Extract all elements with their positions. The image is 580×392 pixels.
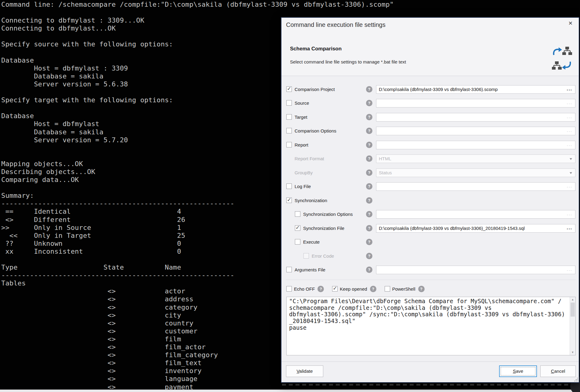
- help-icon[interactable]: ?: [418, 286, 425, 292]
- row-comparison-options: Comparison Options ? ...: [281, 127, 579, 135]
- help-icon[interactable]: ?: [366, 100, 372, 106]
- browse-button[interactable]: ...: [567, 267, 572, 272]
- row-synchronization: ✓ Synchronization ?: [281, 196, 579, 205]
- synchronization-file-value: D:\comp\sakila (dbfmylast-3309 vs dbfmyl…: [379, 226, 525, 231]
- comparison-options-checkbox[interactable]: [286, 128, 292, 133]
- dialog-subtitle: Select command line file settings to man…: [290, 59, 406, 64]
- execute-label: Execute: [303, 239, 320, 245]
- row-groupby: GroupBy ? Status: [281, 169, 579, 177]
- target-field[interactable]: ...: [376, 113, 575, 122]
- browse-button[interactable]: ...: [567, 86, 572, 91]
- browse-button[interactable]: ...: [567, 225, 572, 230]
- save-button[interactable]: Save: [499, 365, 537, 377]
- help-icon[interactable]: ?: [366, 239, 372, 245]
- group-separator: [286, 280, 576, 280]
- target-checkbox[interactable]: [286, 114, 292, 120]
- scroll-up-icon[interactable]: ▲: [570, 297, 575, 302]
- schema-comparison-heading: Schema Comparison: [290, 46, 342, 52]
- target-label: Target: [295, 114, 307, 120]
- comparison-options-field[interactable]: ...: [376, 127, 575, 135]
- row-report: Report ? ...: [281, 141, 579, 149]
- comparison-project-field[interactable]: D:\comp\sakila (dbfmylast-3309 vs dbfmyl…: [376, 85, 575, 94]
- help-icon[interactable]: ?: [366, 128, 372, 134]
- report-checkbox[interactable]: [286, 142, 292, 147]
- browse-button[interactable]: ...: [567, 128, 572, 133]
- report-format-dropdown[interactable]: HTML: [376, 154, 575, 163]
- row-report-format: Report Format ? HTML: [281, 154, 579, 163]
- browse-button[interactable]: ...: [567, 211, 572, 216]
- arguments-file-label: Arguments File: [295, 267, 325, 272]
- help-icon[interactable]: ?: [370, 286, 376, 292]
- keep-opened-label: Keep opened: [340, 286, 367, 292]
- checkmark-icon: ✓: [287, 85, 291, 92]
- help-icon[interactable]: ?: [366, 253, 372, 259]
- report-label: Report: [295, 142, 308, 147]
- report-format-label: Report Format: [295, 156, 324, 161]
- resize-grip[interactable]: [574, 377, 578, 381]
- row-execute: Execute ?: [281, 238, 579, 246]
- help-icon[interactable]: ?: [366, 169, 372, 176]
- schema-compare-icon: [552, 46, 572, 70]
- synchronization-options-checkbox[interactable]: [295, 211, 300, 217]
- scroll-down-icon[interactable]: ▼: [570, 350, 575, 355]
- help-icon[interactable]: ?: [366, 225, 372, 231]
- checkmark-icon: ✓: [295, 224, 300, 230]
- scrollbar[interactable]: ▲ ▼: [570, 297, 575, 355]
- error-code-label: Error Code: [312, 253, 334, 259]
- powershell-checkbox[interactable]: [385, 286, 390, 292]
- execute-checkbox[interactable]: [295, 239, 300, 245]
- comparison-project-value: D:\comp\sakila (dbfmylast-3309 vs dbfmyl…: [379, 87, 498, 92]
- browse-button[interactable]: ...: [567, 142, 572, 147]
- arguments-file-field[interactable]: ...: [376, 266, 575, 274]
- report-field[interactable]: ...: [376, 141, 575, 149]
- row-arguments-file: Arguments File ? ...: [281, 266, 579, 274]
- browse-button[interactable]: ...: [567, 100, 572, 105]
- help-icon[interactable]: ?: [366, 267, 372, 273]
- bat-text-content: "C:\Program Files\Devart\dbForge Schema …: [289, 298, 562, 331]
- log-file-label: Log File: [295, 184, 311, 189]
- help-icon[interactable]: ?: [366, 86, 372, 93]
- synchronization-label: Synchronization: [295, 198, 327, 203]
- echo-off-label: Echo OFF: [294, 286, 315, 292]
- screen-bottom-strip: [0, 390, 580, 392]
- footer-separator: [281, 361, 579, 362]
- error-code-checkbox[interactable]: [303, 253, 309, 259]
- row-log-file: Log File ? ...: [281, 182, 579, 191]
- help-icon[interactable]: ?: [366, 142, 372, 148]
- bat-flags-row: Echo OFF ? ✓ Keep opened ? PowerShell ?: [286, 285, 433, 293]
- keep-opened-checkbox[interactable]: ✓: [332, 286, 338, 292]
- groupby-dropdown[interactable]: Status: [376, 169, 575, 177]
- comparison-project-label: Comparison Project: [295, 87, 335, 92]
- help-icon[interactable]: ?: [366, 114, 372, 120]
- log-file-field[interactable]: ...: [376, 182, 575, 191]
- bat-text-editor[interactable]: "C:\Program Files\Devart\dbForge Schema …: [286, 297, 576, 355]
- synchronization-file-label: Synchronization File: [303, 226, 344, 231]
- checkmark-icon: ✓: [287, 197, 291, 203]
- help-icon[interactable]: ?: [317, 286, 324, 292]
- arguments-file-checkbox[interactable]: [286, 267, 292, 272]
- browse-button[interactable]: ...: [567, 183, 572, 188]
- source-checkbox[interactable]: [286, 100, 292, 106]
- scrollbar-thumb[interactable]: [571, 303, 575, 317]
- echo-off-checkbox[interactable]: [286, 286, 292, 292]
- command-line-settings-dialog: Command line execution file settings ✕ S…: [281, 17, 579, 383]
- synchronization-checkbox[interactable]: ✓: [286, 198, 292, 203]
- comparison-project-checkbox[interactable]: ✓: [286, 86, 292, 92]
- powershell-label: PowerShell: [392, 286, 415, 292]
- log-file-checkbox[interactable]: [286, 183, 292, 189]
- help-icon[interactable]: ?: [366, 197, 372, 204]
- source-field[interactable]: ...: [376, 99, 575, 107]
- synchronization-file-checkbox[interactable]: ✓: [295, 225, 300, 231]
- synchronization-file-field[interactable]: D:\comp\sakila (dbfmylast-3309 vs dbfmyl…: [376, 224, 575, 233]
- synchronization-options-field[interactable]: ...: [376, 210, 575, 219]
- help-icon[interactable]: ?: [366, 155, 372, 162]
- row-source: Source ? ...: [281, 99, 579, 107]
- header-separator: [281, 76, 579, 76]
- groupby-label: GroupBy: [295, 170, 313, 175]
- browse-button[interactable]: ...: [567, 114, 572, 119]
- help-icon[interactable]: ?: [366, 211, 372, 217]
- validate-button[interactable]: Validate: [286, 365, 323, 377]
- cancel-button[interactable]: Cancel: [540, 365, 576, 377]
- help-icon[interactable]: ?: [366, 183, 372, 190]
- close-icon[interactable]: ✕: [568, 20, 573, 27]
